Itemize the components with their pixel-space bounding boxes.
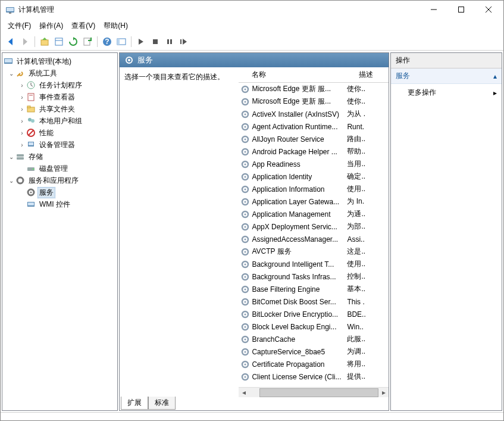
service-row[interactable]: Base Filtering Engine 基本.. [239, 283, 389, 295]
scroll-left-icon[interactable]: ◂ [239, 388, 249, 397]
service-row[interactable]: Application Layer Gatewa... 为 In. [239, 195, 389, 208]
service-desc: 为通.. [347, 209, 371, 219]
tree-item-icon [26, 104, 36, 114]
tree-item-label: 共享文件夹 [37, 104, 77, 115]
service-name: BranchCache [252, 335, 347, 344]
help-button[interactable]: ? [101, 35, 114, 48]
service-row[interactable]: Client License Service (Cli... 提供.. [239, 370, 389, 383]
service-row[interactable]: Certificate Propagation 将用.. [239, 358, 389, 370]
back-button[interactable] [4, 35, 17, 48]
service-row[interactable]: AVCTP 服务 这是.. [239, 245, 389, 258]
chevron-down-icon[interactable]: ⌄ [7, 70, 15, 77]
service-row[interactable]: Microsoft Edge 更新 服... 使你.. [239, 83, 389, 95]
stop-button[interactable] [149, 35, 162, 48]
svg-point-64 [245, 213, 246, 215]
restart-button[interactable] [177, 35, 190, 48]
forward-button[interactable] [18, 35, 32, 48]
horizontal-scrollbar[interactable]: ◂ ▸ [239, 387, 389, 397]
tree-storage[interactable]: ⌄ 存储 [2, 151, 117, 163]
properties-button[interactable] [52, 35, 65, 48]
tree-item[interactable]: 服务 [2, 186, 117, 198]
chevron-right-icon[interactable]: › [18, 106, 26, 113]
description-prompt: 选择一个项目来查看它的描述。 [124, 72, 234, 82]
service-name: Background Intelligent T... [252, 260, 347, 269]
scroll-right-icon[interactable]: ▸ [378, 388, 389, 397]
chevron-down-icon[interactable]: ⌄ [7, 154, 15, 160]
service-name: BitLocker Drive Encryptio... [252, 310, 347, 319]
service-row[interactable]: Background Tasks Infras... 控制.. [239, 270, 389, 283]
minimize-button[interactable] [420, 1, 447, 18]
maximize-button[interactable] [447, 1, 475, 18]
tree-item[interactable]: 磁盘管理 [2, 163, 117, 174]
tree-item[interactable]: › 共享文件夹 [2, 103, 117, 115]
service-name: Base Filtering Engine [252, 285, 347, 294]
service-name: Agent Activation Runtime... [252, 123, 347, 131]
service-row[interactable]: AppX Deployment Servic... 为部.. [239, 220, 389, 233]
service-row[interactable]: Application Information 使用.. [239, 183, 389, 195]
service-row[interactable]: Background Intelligent T... 使用.. [239, 258, 389, 270]
service-row[interactable]: BitLocker Drive Encryptio... BDE.. [239, 308, 389, 320]
tree-item[interactable]: › 事件查看器 [2, 91, 117, 103]
svg-point-44 [245, 88, 246, 90]
collapse-icon[interactable]: ▴ [493, 72, 497, 80]
tree-item[interactable]: WMI 控件 [2, 198, 117, 210]
service-row[interactable]: Application Management 为通.. [239, 208, 389, 220]
column-headers[interactable]: 名称 描述 [239, 67, 389, 83]
tree-item[interactable]: › 设备管理器 [2, 139, 117, 151]
services-list[interactable]: 名称 描述 Microsoft Edge 更新 服... 使你.. Micros… [239, 67, 389, 397]
up-button[interactable] [38, 35, 51, 48]
service-row[interactable]: CaptureService_8bae5 为调.. [239, 345, 389, 358]
show-hide-button[interactable] [115, 35, 128, 48]
export-button[interactable] [81, 35, 94, 48]
service-row[interactable]: ActiveX Installer (AxInstSV) 为从 . [239, 108, 389, 120]
menu-view[interactable]: 查看(V) [68, 20, 99, 32]
service-row[interactable]: Application Identity 确定.. [239, 170, 389, 183]
menu-bar: 文件(F) 操作(A) 查看(V) 帮助(H) [1, 18, 503, 33]
chevron-right-icon[interactable]: › [18, 118, 26, 124]
close-button[interactable] [475, 1, 502, 18]
service-row[interactable]: Block Level Backup Engi... Win.. [239, 320, 389, 333]
service-row[interactable]: Microsoft Edge 更新 服... 使你.. [239, 95, 389, 108]
svg-rect-40 [28, 202, 34, 205]
tree-item[interactable]: › 性能 [2, 127, 117, 139]
service-name: App Readiness [252, 160, 347, 169]
action-more[interactable]: 更多操作 ▸ [391, 84, 502, 101]
service-row[interactable]: Android Package Helper ... 帮助.. [239, 145, 389, 158]
menu-help[interactable]: 帮助(H) [100, 20, 132, 32]
pause-button[interactable] [163, 35, 176, 48]
chevron-right-icon[interactable]: › [18, 130, 26, 136]
tab-standard[interactable]: 标准 [148, 397, 176, 410]
col-desc[interactable]: 描述 [355, 67, 379, 82]
play-button[interactable] [134, 35, 148, 48]
tree-systools[interactable]: ⌄ 系统工具 [2, 67, 117, 79]
actions-pane: 操作 服务 ▴ 更多操作 ▸ [390, 52, 502, 411]
nav-tree[interactable]: 计算机管理(本地) ⌄ 系统工具 › 任务计划程序 › 事件查看器 › 共享文件… [2, 52, 118, 411]
chevron-right-icon: ▸ [493, 89, 497, 97]
col-name[interactable]: 名称 [248, 67, 355, 82]
tree-item-icon [26, 140, 36, 149]
tree-item[interactable]: › 本地用户和组 [2, 115, 117, 127]
service-row[interactable]: App Readiness 当用.. [239, 158, 389, 170]
gear-icon [240, 272, 250, 282]
service-desc: Assi.. [347, 235, 371, 244]
service-row[interactable]: BitComet Disk Boost Ser... This . [239, 295, 389, 308]
tab-extended[interactable]: 扩展 [121, 397, 148, 410]
service-row[interactable]: BranchCache 此服.. [239, 333, 389, 345]
menu-action[interactable]: 操作(A) [36, 20, 67, 32]
tree-item[interactable]: › 任务计划程序 [2, 79, 117, 91]
actions-category[interactable]: 服务 ▴ [391, 68, 502, 84]
svg-rect-2 [9, 13, 11, 14]
service-row[interactable]: AllJoyn Router Service 路由.. [239, 133, 389, 145]
svg-rect-17 [170, 39, 172, 44]
chevron-right-icon[interactable]: › [18, 94, 26, 101]
menu-file[interactable]: 文件(F) [4, 20, 35, 32]
scroll-thumb[interactable] [259, 388, 378, 397]
chevron-down-icon[interactable]: ⌄ [7, 177, 15, 184]
service-row[interactable]: AssignedAccessManager... Assi.. [239, 233, 389, 245]
service-row[interactable]: Agent Activation Runtime... Runt. [239, 120, 389, 133]
tree-root[interactable]: 计算机管理(本地) [2, 55, 117, 67]
chevron-right-icon[interactable]: › [18, 142, 26, 148]
chevron-right-icon[interactable]: › [18, 82, 26, 89]
tree-svcapps[interactable]: ⌄ 服务和应用程序 [2, 174, 117, 186]
refresh-button[interactable] [67, 35, 80, 48]
